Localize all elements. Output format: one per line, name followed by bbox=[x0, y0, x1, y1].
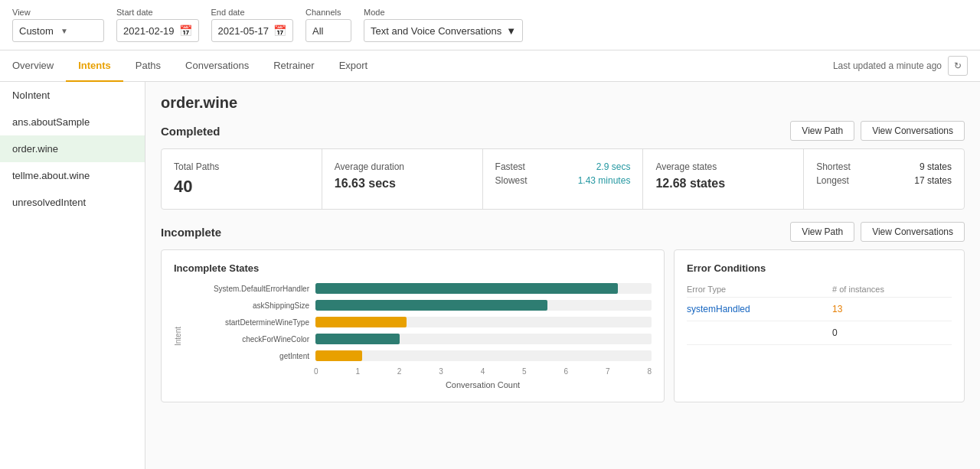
bar-fill-shipping bbox=[315, 300, 547, 311]
incomplete-view-conversations-button[interactable]: View Conversations bbox=[861, 222, 965, 242]
stat-shortest-longest: Shortest 9 states Longest 17 states bbox=[804, 149, 964, 209]
view-group: View Custom ▼ bbox=[12, 8, 104, 42]
mode-value: Text and Voice Conversations bbox=[371, 25, 501, 37]
bar-label-start: startDetermineWineType bbox=[193, 318, 315, 327]
incomplete-chart-panel: Incomplete States Intent System.DefaultE… bbox=[161, 249, 665, 402]
completed-title: Completed bbox=[161, 125, 790, 138]
error-type-col-header: Error Type bbox=[687, 282, 832, 298]
bar-chart-inner: System.DefaultErrorHandler askShippingSi… bbox=[185, 283, 652, 389]
stat-avg-states: Average states 12.68 states bbox=[643, 149, 804, 209]
start-date-input[interactable]: 2021-02-19 📅 bbox=[116, 19, 199, 42]
channels-input[interactable]: All bbox=[305, 19, 351, 42]
incomplete-view-path-button[interactable]: View Path bbox=[790, 222, 854, 242]
stat-avg-states-value: 12.68 states bbox=[655, 177, 791, 191]
nav-tabs: Overview Intents Paths Conversations Ret… bbox=[0, 50, 980, 82]
completed-view-conversations-button[interactable]: View Conversations bbox=[861, 121, 965, 141]
bar-track-getintent bbox=[315, 350, 652, 361]
bar-label-check: checkForWineColor bbox=[193, 335, 315, 344]
error-conditions-panel: Error Conditions Error Type # of instanc… bbox=[674, 249, 965, 402]
error-title: Error Conditions bbox=[687, 262, 952, 274]
tick-0: 0 bbox=[314, 367, 318, 376]
bar-track-check bbox=[315, 334, 652, 344]
error-row-1: systemHandled 13 bbox=[687, 298, 952, 321]
completed-header: Completed View Path View Conversations bbox=[161, 121, 965, 141]
sidebar-item-ansaboutsample[interactable]: ans.aboutSample bbox=[0, 109, 145, 135]
longest-value: 17 states bbox=[914, 175, 952, 186]
mode-label: Mode bbox=[364, 8, 523, 17]
tab-overview[interactable]: Overview bbox=[12, 50, 66, 82]
sidebar-item-tellmeaboutwine[interactable]: tellme.about.wine bbox=[0, 162, 145, 189]
refresh-button[interactable]: ↻ bbox=[948, 56, 968, 76]
error-table: Error Type # of instances systemHandled … bbox=[687, 282, 952, 345]
bar-track-start bbox=[315, 317, 652, 327]
tab-retrainer[interactable]: Retrainer bbox=[261, 50, 326, 82]
tick-4: 4 bbox=[481, 367, 485, 376]
bar-fill-system bbox=[315, 283, 618, 294]
error-row-2: 0 bbox=[687, 321, 952, 345]
tab-intents[interactable]: Intents bbox=[66, 50, 123, 82]
tick-3: 3 bbox=[439, 367, 443, 376]
completed-view-path-button[interactable]: View Path bbox=[790, 121, 854, 141]
stat-avg-duration-value: 16.63 secs bbox=[335, 177, 470, 191]
update-status: Last updated a minute ago ↻ bbox=[833, 56, 968, 76]
bar-row-getintent: getIntent bbox=[193, 350, 652, 361]
tick-2: 2 bbox=[397, 367, 402, 376]
tab-conversations[interactable]: Conversations bbox=[173, 50, 261, 82]
calendar-icon: 📅 bbox=[273, 24, 286, 37]
bar-label-shipping: askShippingSize bbox=[193, 301, 315, 310]
bar-row-check: checkForWineColor bbox=[193, 334, 652, 344]
stat-fastest-slowest: Fastest 2.9 secs Slowest 1.43 minutes bbox=[483, 149, 644, 209]
channels-value: All bbox=[312, 25, 323, 37]
error-type-1: systemHandled bbox=[687, 298, 832, 321]
bar-row-shipping: askShippingSize bbox=[193, 300, 652, 311]
end-date-input[interactable]: 2021-05-17 📅 bbox=[211, 19, 294, 42]
end-date-value: 2021-05-17 bbox=[218, 25, 270, 37]
view-select[interactable]: Custom ▼ bbox=[12, 19, 104, 42]
last-updated-text: Last updated a minute ago bbox=[833, 60, 942, 71]
shortest-label: Shortest bbox=[816, 161, 851, 172]
channels-label: Channels bbox=[305, 8, 351, 17]
stat-total-paths-label: Total Paths bbox=[174, 161, 309, 172]
stat-avg-duration-label: Average duration bbox=[335, 161, 470, 172]
bar-label-getintent: getIntent bbox=[193, 352, 315, 360]
slowest-value: 1.43 minutes bbox=[578, 175, 631, 186]
tick-8: 8 bbox=[647, 367, 652, 376]
bar-row-start: startDetermineWineType bbox=[193, 317, 652, 327]
content-area: order.wine Completed View Path View Conv… bbox=[145, 82, 980, 469]
end-date-group: End date 2021-05-17 📅 bbox=[211, 8, 294, 42]
incomplete-actions: View Path View Conversations bbox=[790, 222, 965, 242]
tick-5: 5 bbox=[522, 367, 527, 376]
incomplete-title: Incomplete bbox=[161, 226, 790, 239]
fastest-row: Fastest 2.9 secs bbox=[495, 161, 631, 172]
completed-stats: Total Paths 40 Average duration 16.63 se… bbox=[161, 148, 965, 210]
main-content: NoIntent ans.aboutSample order.wine tell… bbox=[0, 82, 980, 469]
fastest-value: 2.9 secs bbox=[596, 161, 631, 172]
stat-avg-duration: Average duration 16.63 secs bbox=[322, 149, 483, 209]
slowest-row: Slowest 1.43 minutes bbox=[495, 175, 631, 186]
chevron-down-icon: ▼ bbox=[506, 25, 516, 37]
toolbar: View Custom ▼ Start date 2021-02-19 📅 En… bbox=[0, 0, 980, 50]
bar-chart: System.DefaultErrorHandler askShippingSi… bbox=[185, 283, 652, 361]
bar-chart-container: Intent System.DefaultErrorHandler bbox=[174, 283, 652, 389]
sidebar-item-nointent[interactable]: NoIntent bbox=[0, 82, 145, 109]
shortest-value: 9 states bbox=[920, 161, 952, 172]
tick-1: 1 bbox=[355, 367, 360, 376]
error-count-2: 0 bbox=[832, 321, 952, 345]
intent-title: order.wine bbox=[161, 94, 965, 112]
sidebar-item-orderwine[interactable]: order.wine bbox=[0, 135, 145, 162]
incomplete-header: Incomplete View Path View Conversations bbox=[161, 222, 965, 242]
sidebar-item-unresolvedintent[interactable]: unresolvedIntent bbox=[0, 189, 145, 216]
sidebar: NoIntent ans.aboutSample order.wine tell… bbox=[0, 82, 145, 469]
shortest-row: Shortest 9 states bbox=[816, 161, 952, 172]
bar-fill-check bbox=[315, 334, 400, 344]
tab-export[interactable]: Export bbox=[327, 50, 381, 82]
error-link-1[interactable]: systemHandled bbox=[687, 304, 750, 314]
refresh-icon: ↻ bbox=[954, 60, 962, 71]
mode-select[interactable]: Text and Voice Conversations ▼ bbox=[364, 19, 523, 42]
x-axis-ticks: 0 1 2 3 4 5 6 7 8 bbox=[314, 367, 652, 376]
tab-paths[interactable]: Paths bbox=[123, 50, 173, 82]
start-date-value: 2021-02-19 bbox=[123, 25, 175, 37]
view-label: View bbox=[12, 8, 104, 17]
fastest-label: Fastest bbox=[495, 161, 525, 172]
start-date-label: Start date bbox=[116, 8, 199, 17]
